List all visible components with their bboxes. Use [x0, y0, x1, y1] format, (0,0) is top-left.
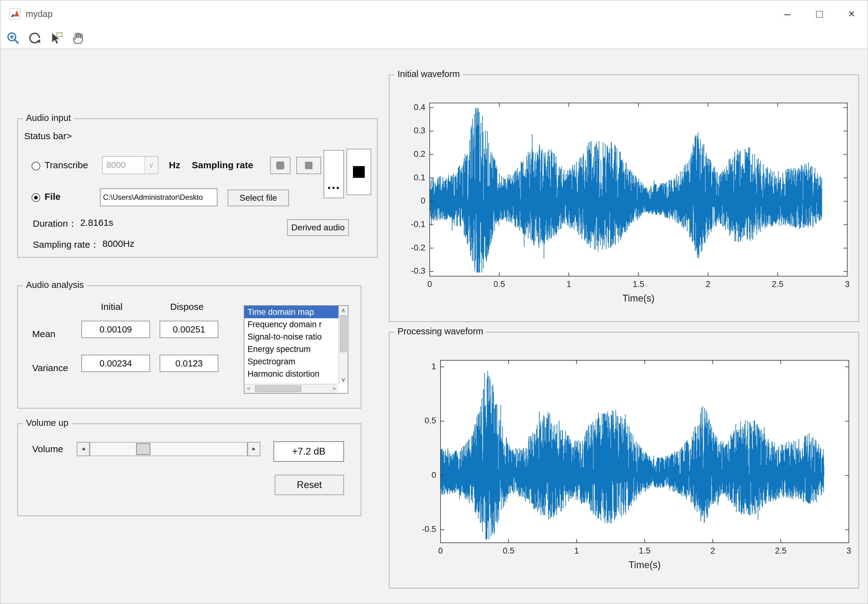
stop-icon — [305, 162, 312, 169]
list-item[interactable]: Energy spectrum — [244, 343, 338, 355]
scroll-right-icon[interactable]: > — [330, 384, 338, 393]
data-cursor-icon[interactable] — [48, 30, 64, 46]
list-item[interactable]: Frequency domain r — [244, 318, 338, 331]
rotate-3d-icon[interactable] — [27, 30, 42, 46]
scroll-up-icon[interactable]: ∧ — [339, 306, 348, 314]
sampling-rate-info-label: Sampling rate： — [33, 239, 99, 251]
gain-field[interactable]: +7.2 dB — [273, 441, 344, 462]
initial-waveform-panel: Initial waveform — [389, 74, 859, 322]
column-header-dispose: Dispose — [170, 302, 203, 312]
column-header-initial: Initial — [101, 302, 122, 312]
titlebar: mydap – □ × — [0, 0, 868, 28]
variance-dispose-field[interactable]: 0.0123 — [160, 355, 219, 372]
status-bar-label: Status bar> — [24, 131, 72, 141]
play-stop-button[interactable] — [346, 149, 371, 195]
file-path-input[interactable] — [100, 188, 217, 206]
vertical-scrollbar[interactable]: ∧ ∨ — [338, 306, 348, 384]
toolbar — [0, 28, 868, 49]
mean-initial-field[interactable]: 0.00109 — [81, 321, 150, 338]
scroll-left-icon[interactable]: < — [244, 384, 253, 393]
audio-analysis-panel: Audio analysis Initial Dispose Mean 0.00… — [17, 285, 361, 409]
vertical-scrollbar-thumb[interactable] — [340, 315, 347, 352]
window-controls: – □ × — [771, 0, 868, 28]
duration-row: Duration： 2.8161s — [33, 217, 113, 230]
listbox-items: Time domain map Frequency domain r Signa… — [244, 306, 338, 384]
sampling-rate-row: Sampling rate： 8000Hz — [33, 239, 135, 251]
stop-button[interactable] — [296, 157, 321, 174]
horizontal-scrollbar[interactable]: < > — [244, 384, 338, 393]
slider-left-arrow[interactable]: ◄ — [77, 442, 90, 456]
slider-right-arrow[interactable]: ► — [248, 442, 260, 456]
duration-label: Duration： — [33, 217, 77, 230]
derived-audio-button[interactable]: Derived audio — [287, 219, 349, 236]
initial-waveform-plot — [389, 75, 859, 321]
processing-waveform-panel: Processing waveform — [389, 332, 859, 589]
zoom-in-icon[interactable] — [5, 30, 21, 46]
file-label: File — [45, 191, 60, 202]
mean-dispose-field[interactable]: 0.00251 — [160, 321, 219, 338]
transcribe-radio[interactable] — [31, 162, 40, 170]
select-file-button[interactable]: Select file — [228, 190, 289, 206]
audio-input-legend: Audio input — [23, 113, 74, 123]
slider-thumb[interactable] — [136, 443, 150, 455]
sample-rate-dropdown[interactable]: 8000 ∨ — [102, 156, 158, 174]
sample-rate-value: 8000 — [103, 160, 144, 170]
maximize-button[interactable]: □ — [803, 0, 835, 28]
audio-input-panel: Audio input Status bar> Transcribe 8000 … — [17, 118, 378, 258]
reset-button[interactable]: Reset — [275, 475, 344, 495]
hz-label: Hz — [169, 160, 180, 170]
app-icon — [9, 8, 21, 20]
variance-label: Variance — [32, 363, 68, 373]
list-item[interactable]: Spectrogram — [244, 355, 338, 368]
chevron-down-icon: ∨ — [144, 157, 158, 173]
record-button[interactable] — [270, 157, 290, 174]
window-title: mydap — [26, 9, 53, 19]
audio-analysis-legend: Audio analysis — [23, 280, 87, 290]
transcribe-label: Transcribe — [45, 160, 88, 170]
sampling-rate-label: Sampling rate — [192, 160, 253, 170]
variance-initial-field[interactable]: 0.00234 — [81, 355, 150, 372]
sampling-rate-info-value: 8000Hz — [102, 239, 134, 251]
volume-slider[interactable]: ◄ ► — [77, 442, 260, 456]
list-item[interactable]: Signal-to-noise ratio — [244, 331, 338, 343]
volume-label: Volume — [32, 444, 63, 454]
slider-track[interactable] — [90, 442, 248, 456]
processing-waveform-plot — [389, 333, 859, 588]
black-square-icon — [353, 166, 365, 178]
analysis-listbox[interactable]: Time domain map Frequency domain r Signa… — [244, 305, 348, 394]
file-radio[interactable] — [31, 193, 40, 202]
minimize-button[interactable]: – — [771, 0, 803, 28]
duration-value: 2.8161s — [80, 217, 113, 230]
horizontal-scrollbar-thumb[interactable] — [255, 386, 301, 392]
close-button[interactable]: × — [835, 0, 868, 28]
app-window: mydap – □ × — [0, 0, 868, 604]
volume-panel: Volume up Volume ◄ ► +7.2 dB Reset — [17, 423, 361, 516]
ellipsis-button[interactable]: … — [324, 150, 344, 198]
volume-legend: Volume up — [23, 418, 71, 428]
record-icon — [276, 161, 284, 169]
pan-icon[interactable] — [70, 30, 86, 46]
mean-label: Mean — [32, 329, 55, 339]
list-item[interactable]: Harmonic distortion — [244, 368, 338, 380]
list-item[interactable]: Time domain map — [244, 306, 338, 318]
scroll-down-icon[interactable]: ∨ — [339, 375, 348, 384]
